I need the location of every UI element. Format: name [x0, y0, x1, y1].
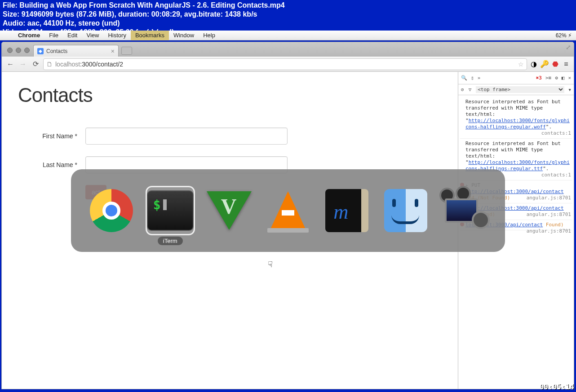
back-button[interactable]: ←	[5, 59, 15, 69]
menu-view[interactable]: View	[82, 31, 103, 40]
app-switcher[interactable]: iTerm	[71, 169, 505, 252]
first-name-label: First Name *	[18, 132, 85, 140]
console-link[interactable]: http://localhost:3000/fonts/glyphicons-h…	[465, 118, 570, 130]
menu-history[interactable]: History	[103, 31, 130, 40]
reload-button[interactable]: ⟳	[31, 59, 40, 69]
forward-button[interactable]: →	[18, 59, 28, 69]
console-source[interactable]: angular.js:8701	[527, 228, 571, 234]
console-source[interactable]: contacts:1	[465, 130, 571, 137]
quicktime-icon	[442, 190, 487, 231]
page-title: Contacts	[18, 85, 442, 105]
switcher-app-chrome[interactable]	[84, 186, 138, 235]
frame-selector[interactable]: <top frame>	[476, 86, 564, 93]
minimize-window-icon[interactable]	[16, 48, 21, 53]
filter-icon[interactable]: ▽	[469, 87, 472, 92]
finder-icon	[384, 189, 427, 232]
tab-strip: ◆ Contacts ×	[2, 42, 574, 57]
app-name[interactable]: Chrome	[13, 32, 44, 39]
last-name-label: Last Name *	[18, 161, 85, 168]
devtools-toolbar: 🔍 ▯ » ✖3 >≡ ⚙ ◧ ×	[458, 72, 574, 84]
battery-status: 62% ⚡︎	[551, 32, 576, 39]
site-info-icon[interactable]: 🗋	[46, 61, 53, 68]
search-icon[interactable]: 🔍	[461, 75, 467, 81]
device-icon[interactable]: ▯	[471, 75, 474, 81]
console-message: Resource interpreted as Font but transfe…	[460, 97, 572, 139]
menu-edit[interactable]: Edit	[63, 31, 82, 40]
address-bar[interactable]: 🗋 localhost:3000/contact/2 ☆	[43, 58, 527, 70]
chrome-menu-icon[interactable]: ≡	[562, 60, 570, 68]
fullscreen-icon[interactable]: ⤢	[566, 44, 571, 51]
vim-icon	[207, 191, 252, 230]
adblock-icon[interactable]: ⬣	[551, 60, 559, 68]
zoom-window-icon[interactable]	[24, 48, 30, 53]
menu-bookmarks[interactable]: Bookmarks	[131, 31, 169, 40]
switcher-app-quicktime[interactable]	[438, 186, 492, 235]
switcher-app-macvim[interactable]	[202, 186, 256, 235]
close-tab-icon[interactable]: ×	[111, 48, 115, 55]
drawer-icon[interactable]: >≡	[545, 75, 551, 81]
switcher-app-notes[interactable]	[320, 186, 374, 235]
first-name-input[interactable]	[85, 128, 288, 145]
mac-menubar: Chrome File Edit View History Bookmarks …	[0, 31, 576, 40]
close-devtools-icon[interactable]: ×	[568, 75, 571, 81]
more-tabs-icon[interactable]: »	[478, 75, 481, 81]
menu-help[interactable]: Help	[199, 31, 220, 40]
menu-file[interactable]: File	[44, 31, 63, 40]
switcher-selected-label: iTerm	[158, 237, 183, 245]
extension-key-icon[interactable]: 🔑	[541, 60, 549, 68]
console-filter-bar: ⊘ ▽ <top frame> ▼	[458, 84, 574, 95]
switcher-app-finder[interactable]	[379, 186, 433, 235]
console-source[interactable]: angular.js:8701	[527, 211, 571, 218]
dropdown-chevron-icon[interactable]: ▼	[569, 88, 571, 92]
vlc-icon	[270, 191, 306, 230]
browser-toolbar: ← → ⟳ 🗋 localhost:3000/contact/2 ☆ ◑ 🔑 ⬣…	[2, 57, 574, 72]
close-window-icon[interactable]	[7, 48, 13, 53]
clear-console-icon[interactable]: ⊘	[461, 87, 464, 92]
menu-window[interactable]: Window	[169, 31, 199, 40]
extension-icon[interactable]: ◑	[530, 60, 538, 68]
traffic-lights[interactable]	[4, 48, 33, 57]
browser-tab[interactable]: ◆ Contacts ×	[33, 45, 119, 57]
chrome-icon	[90, 189, 133, 232]
switcher-app-iterm[interactable]: iTerm	[143, 186, 197, 235]
dock-icon[interactable]: ◧	[562, 75, 565, 81]
bookmark-star-icon[interactable]: ☆	[518, 61, 524, 68]
url-host: localhost	[55, 61, 80, 68]
new-tab-button[interactable]	[121, 47, 132, 55]
error-badge[interactable]: ✖3	[536, 75, 542, 81]
notes-icon	[325, 189, 368, 232]
favicon-icon: ◆	[37, 48, 44, 54]
settings-gear-icon[interactable]: ⚙	[555, 75, 558, 81]
console-source[interactable]: angular.js:8701	[527, 195, 571, 201]
playback-timestamp: 00:05:14	[540, 383, 574, 391]
tab-title: Contacts	[46, 48, 67, 54]
switcher-app-vlc[interactable]	[261, 186, 315, 235]
iterm-icon	[147, 190, 194, 231]
url-path: :3000/contact/2	[80, 61, 123, 68]
